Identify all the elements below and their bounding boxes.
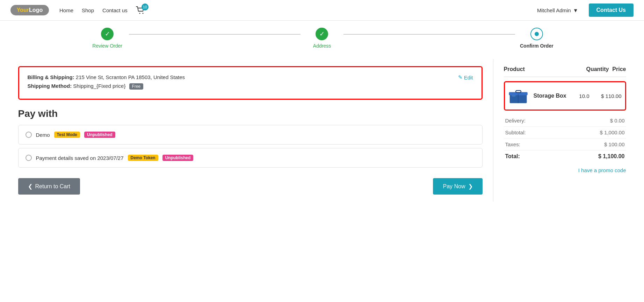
col-product: Product	[504, 66, 583, 72]
delivery-label: Delivery:	[505, 118, 526, 124]
nav-links: Home Shop Contact us 10	[59, 6, 145, 14]
payment-saved-label: Payment details saved on 2023/07/27	[36, 155, 124, 161]
taxes-line: Taxes: $ 100.00	[504, 139, 626, 150]
pay-with-title: Pay with	[18, 108, 483, 119]
order-summary-header: Product Quantity Price	[504, 66, 626, 77]
demo-token-badge: Demo Token	[128, 155, 158, 161]
svg-point-0	[139, 13, 140, 14]
product-quantity: 10.0	[576, 93, 589, 99]
product-image	[508, 87, 529, 105]
product-name: Storage Box	[534, 93, 571, 99]
total-value: $ 1,100.00	[598, 153, 625, 160]
billing-info: Billing & Shipping: 215 Vine St, Scranto…	[28, 74, 185, 92]
total-line: Total: $ 1,100.00	[504, 150, 626, 162]
user-name: Mitchell Admin	[537, 7, 571, 13]
delivery-value: $ 0.00	[610, 118, 625, 124]
left-column: Billing & Shipping: 215 Vine St, Scranto…	[18, 59, 493, 202]
step-circle-review: ✓	[101, 28, 114, 40]
shipping-method-row: Shipping Method: Shipping_{Fixed price} …	[28, 83, 185, 89]
step-label-confirm: Confirm Order	[520, 43, 553, 49]
checkout-steps: ✓ Review Order ✓ Address Confirm Order	[0, 21, 644, 59]
step-confirm-order: Confirm Order	[429, 28, 644, 49]
pay-now-button[interactable]: Pay Now ❯	[433, 178, 482, 195]
taxes-label: Taxes:	[505, 141, 520, 147]
summary-lines: Delivery: $ 0.00 Subtotal: $ 1,000.00 Ta…	[504, 115, 626, 162]
contact-us-button[interactable]: Contact Us	[589, 3, 634, 17]
pay-now-label: Pay Now	[443, 183, 465, 190]
logo: YourLogo	[10, 5, 49, 15]
billing-address: 215 Vine St, Scranton PA 18503, United S…	[76, 74, 185, 80]
radio-demo[interactable]	[26, 132, 32, 138]
edit-billing-link[interactable]: ✎ Edit	[458, 74, 473, 80]
chevron-right-icon: ❯	[468, 183, 473, 190]
step-address: ✓ Address	[215, 28, 429, 49]
col-price: Price	[612, 66, 626, 72]
subtotal-label: Subtotal:	[505, 129, 526, 135]
edit-text: Edit	[464, 75, 473, 80]
free-badge: Free	[129, 83, 144, 90]
svg-rect-4	[516, 91, 521, 93]
payment-option-demo[interactable]: Demo Test Mode Unpublished	[18, 125, 483, 145]
col-quantity: Quantity	[586, 66, 609, 72]
chevron-left-icon: ❮	[28, 183, 32, 190]
billing-address-row: Billing & Shipping: 215 Vine St, Scranto…	[28, 74, 185, 80]
step-review-order: ✓ Review Order	[0, 28, 215, 49]
step-circle-address: ✓	[316, 28, 328, 40]
step-label-address: Address	[313, 43, 331, 49]
promo-code-link[interactable]: I have a promo code	[504, 167, 626, 173]
billing-label: Billing & Shipping:	[28, 74, 74, 80]
navbar: YourLogo Home Shop Contact us 10 Mitchel…	[0, 0, 644, 21]
shipping-method-text: Shipping_{Fixed price}	[73, 83, 125, 89]
svg-point-6	[512, 95, 516, 97]
total-label: Total:	[505, 153, 520, 160]
product-price: $ 110.00	[594, 93, 622, 99]
billing-edit-row: Billing & Shipping: 215 Vine St, Scranto…	[28, 74, 473, 92]
payment-demo-label: Demo	[36, 132, 50, 138]
subtotal-value: $ 1,000.00	[600, 129, 625, 135]
unpublished-badge-saved: Unpublished	[162, 155, 194, 161]
nav-contact-us[interactable]: Contact us	[102, 7, 128, 13]
user-menu[interactable]: Mitchell Admin ▼	[537, 7, 578, 13]
nav-shop[interactable]: Shop	[82, 7, 94, 13]
taxes-value: $ 100.00	[604, 141, 624, 147]
return-to-cart-label: Return to Cart	[35, 183, 70, 190]
svg-point-1	[142, 13, 143, 14]
return-to-cart-button[interactable]: ❮ Return to Cart	[18, 178, 80, 195]
page-content: Billing & Shipping: 215 Vine St, Scranto…	[8, 59, 637, 202]
chevron-down-icon: ▼	[573, 7, 578, 13]
step-circle-confirm	[530, 28, 543, 40]
unpublished-badge-demo: Unpublished	[84, 132, 115, 138]
radio-saved[interactable]	[26, 155, 32, 161]
test-mode-badge: Test Mode	[54, 132, 80, 138]
logo-your: Your	[17, 7, 29, 13]
delivery-line: Delivery: $ 0.00	[504, 115, 626, 127]
payment-option-saved[interactable]: Payment details saved on 2023/07/27 Demo…	[18, 148, 483, 168]
billing-shipping-box: Billing & Shipping: 215 Vine St, Scranto…	[18, 66, 483, 100]
right-column: Product Quantity Price Storage Box 10.0 …	[493, 59, 626, 202]
edit-icon: ✎	[458, 74, 463, 80]
cart-badge: 10	[142, 3, 149, 10]
nav-home[interactable]: Home	[59, 7, 73, 13]
subtotal-line: Subtotal: $ 1,000.00	[504, 127, 626, 139]
action-row: ❮ Return to Cart Pay Now ❯	[18, 178, 483, 195]
logo-logo: Logo	[29, 7, 43, 13]
step-label-review: Review Order	[92, 43, 122, 49]
cart-icon[interactable]: 10	[136, 6, 145, 14]
shipping-label: Shipping Method:	[28, 83, 72, 89]
product-row: Storage Box 10.0 $ 110.00	[504, 81, 626, 111]
